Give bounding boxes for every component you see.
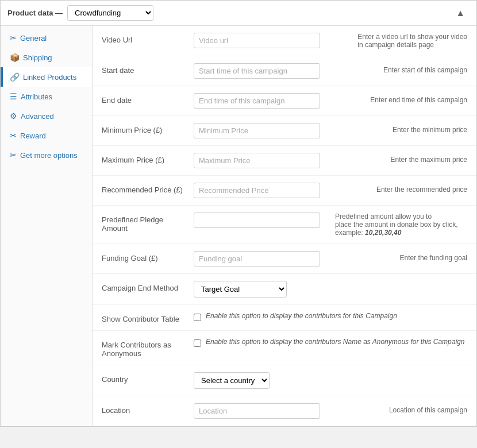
label-campaign-end-method: Campaign End Method [102, 281, 194, 292]
sidebar-label-shipping: Shipping [23, 53, 52, 62]
input-wrap-mark-contributors: Enable this option to display the contri… [194, 338, 467, 347]
input-wrap-start-date [194, 63, 376, 79]
predefined-pledge-input[interactable]: 10,20,30,40 [194, 213, 320, 228]
recommended-price-input[interactable] [194, 183, 320, 198]
link-icon: 🔗 [10, 72, 20, 82]
label-mark-contributors-anonymous: Mark Contributors as Anonymous [102, 338, 194, 358]
field-country: Country Select a country United Kingdom … [93, 365, 476, 396]
sidebar-item-linked-products[interactable]: 🔗 Linked Products [1, 67, 92, 87]
label-minimum-price: Minimum Price (£) [102, 123, 194, 134]
label-predefined-pledge: Predefined Pledge Amount [102, 213, 194, 233]
checkbox-row-anonymous: Enable this option to display the contri… [194, 338, 467, 347]
field-mark-contributors-anonymous: Mark Contributors as Anonymous Enable th… [93, 331, 476, 365]
input-wrap-minimum-price [194, 123, 386, 138]
sidebar-item-attributes[interactable]: ☰ Attributes [1, 87, 92, 106]
field-start-date: Start date Enter start of this campaign [93, 56, 476, 86]
hint-predefined-example: 10,20,30,40 [365, 229, 401, 237]
hint-location: Location of this campaign [389, 403, 467, 414]
product-data-panel: Product data — Crowdfunding Simple produ… [0, 0, 477, 427]
field-show-contributor-table: Show Contributor Table Enable this optio… [93, 305, 476, 331]
wrench-icon: ✂ [10, 33, 17, 43]
input-wrap-country: Select a country United Kingdom United S… [194, 372, 467, 389]
field-location: Location Location of this campaign [93, 396, 476, 426]
product-type-select[interactable]: Crowdfunding Simple product Variable pro… [67, 5, 153, 21]
location-input[interactable] [194, 403, 320, 419]
label-start-date: Start date [102, 63, 194, 75]
minimum-price-input[interactable] [194, 123, 320, 138]
mark-contributors-anonymous-hint: Enable this option to display the contri… [206, 338, 464, 346]
start-date-input[interactable] [194, 63, 320, 79]
sidebar-label-advanced: Advanced [21, 112, 54, 121]
hint-recommended-price: Enter the recommended price [376, 183, 467, 194]
label-funding-goal: Funding Goal (£) [102, 251, 194, 262]
input-wrap-end-date [194, 93, 363, 109]
field-minimum-price: Minimum Price (£) Enter the minimum pric… [93, 116, 476, 146]
attributes-icon: ☰ [10, 92, 17, 101]
sidebar-item-general[interactable]: ✂ General [1, 28, 92, 48]
input-wrap-video-url [194, 33, 351, 48]
label-show-contributor-table: Show Contributor Table [102, 312, 194, 323]
sidebar-item-advanced[interactable]: ⚙ Advanced [1, 106, 92, 126]
show-contributor-hint: Enable this option to display the contri… [206, 312, 397, 320]
field-maximum-price: Maximum Price (£) Enter the maximum pric… [93, 146, 476, 176]
label-end-date: End date [102, 93, 194, 105]
sidebar-item-shipping[interactable]: 📦 Shipping [1, 48, 92, 67]
checkbox-row-contributor: Enable this option to display the contri… [194, 312, 467, 321]
product-data-label: Product data — [7, 9, 63, 17]
hint-start-date: Enter start of this campaign [383, 63, 467, 74]
collapse-arrow-icon[interactable]: ▲ [456, 8, 465, 18]
maximum-price-input[interactable] [194, 153, 320, 168]
product-data-body: ✂ General 📦 Shipping 🔗 Linked Products ☰… [1, 26, 476, 426]
campaign-end-method-select[interactable]: Target Goal Date Target Goal and Date [194, 281, 287, 298]
hint-end-date: Enter end time of this campaign [370, 93, 467, 104]
content-panel: Video Url Enter a video url to show your… [93, 26, 476, 426]
end-date-input[interactable] [194, 93, 320, 109]
field-campaign-end-method: Campaign End Method Target Goal Date Tar… [93, 274, 476, 305]
mark-contributors-anonymous-checkbox[interactable] [194, 339, 201, 347]
field-predefined-pledge: Predefined Pledge Amount 10,20,30,40 Pre… [93, 206, 476, 244]
input-wrap-funding-goal [194, 251, 393, 267]
input-wrap-campaign-end-method: Target Goal Date Target Goal and Date [194, 281, 467, 298]
field-video-url: Video Url Enter a video url to show your… [93, 26, 476, 56]
hint-minimum-price: Enter the minimum price [393, 123, 467, 134]
sidebar-label-reward: Reward [20, 132, 46, 140]
input-wrap-show-contributor: Enable this option to display the contri… [194, 312, 467, 321]
sidebar-label-general: General [20, 34, 47, 43]
sidebar: ✂ General 📦 Shipping 🔗 Linked Products ☰… [1, 26, 93, 426]
input-wrap-predefined-pledge: 10,20,30,40 [194, 213, 328, 228]
sidebar-item-get-more-options[interactable]: ✂ Get more options [1, 145, 92, 165]
hint-funding-goal: Enter the funding goal [400, 251, 467, 262]
more-options-icon: ✂ [10, 150, 17, 160]
label-location: Location [102, 403, 194, 415]
show-contributor-checkbox[interactable] [194, 314, 201, 321]
field-funding-goal: Funding Goal (£) Enter the funding goal [93, 244, 476, 274]
product-data-header: Product data — Crowdfunding Simple produ… [1, 1, 476, 26]
input-wrap-maximum-price [194, 153, 384, 168]
hint-maximum-price: Enter the maximum price [391, 153, 467, 164]
reward-icon: ✂ [10, 131, 17, 140]
sidebar-item-reward[interactable]: ✂ Reward [1, 126, 92, 145]
input-wrap-location [194, 403, 382, 419]
input-wrap-recommended-price [194, 183, 370, 198]
sidebar-label-linked-products: Linked Products [23, 73, 76, 82]
hint-predefined-pledge: Predefined amount allow you to place the… [335, 213, 467, 237]
country-select[interactable]: Select a country United Kingdom United S… [194, 372, 270, 389]
sidebar-label-get-more-options: Get more options [20, 151, 78, 160]
gear-icon: ⚙ [10, 111, 17, 121]
hint-video-url-line2: in campaign details page [357, 41, 434, 49]
shipping-icon: 📦 [10, 53, 20, 62]
label-recommended-price: Recommended Price (£) [102, 183, 194, 194]
label-country: Country [102, 372, 194, 384]
field-recommended-price: Recommended Price (£) Enter the recommen… [93, 176, 476, 206]
sidebar-label-attributes: Attributes [21, 92, 52, 101]
hint-predefined-line1: Predefined amount allow you to [335, 213, 432, 221]
field-end-date: End date Enter end time of this campaign [93, 86, 476, 116]
hint-video-url: Enter a video url to show your video in … [357, 33, 467, 49]
hint-video-url-line1: Enter a video url to show your video [357, 33, 467, 41]
label-maximum-price: Maximum Price (£) [102, 153, 194, 164]
video-url-input[interactable] [194, 33, 320, 48]
funding-goal-input[interactable] [194, 251, 320, 267]
label-video-url: Video Url [102, 33, 194, 44]
